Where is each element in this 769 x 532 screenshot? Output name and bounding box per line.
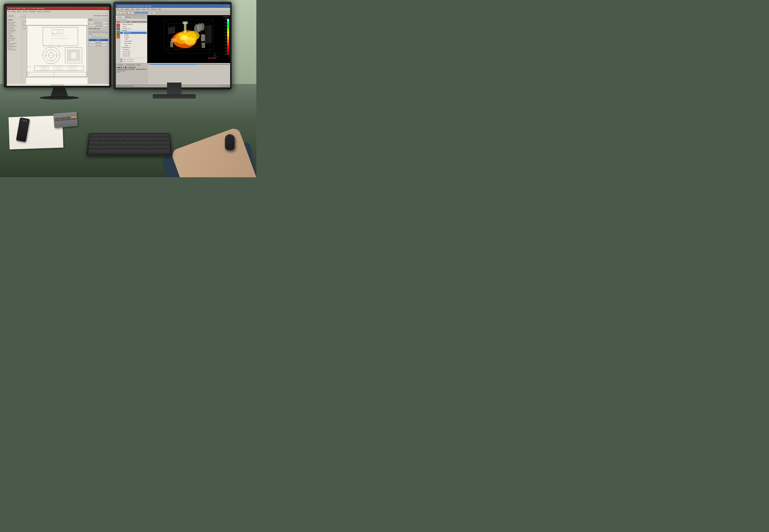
layer-item[interactable]: Symbol chropowat xyxy=(8,43,21,44)
key[interactable] xyxy=(136,134,142,138)
close-button[interactable]: ✕ xyxy=(107,8,108,9)
key[interactable] xyxy=(120,142,126,146)
zoom-tool[interactable]: 🔍 xyxy=(22,26,26,29)
key[interactable] xyxy=(90,134,96,138)
layer-item[interactable]: Tabeli wpisów xyxy=(8,23,21,25)
toolbar-redo[interactable] xyxy=(131,12,133,14)
menu-file[interactable]: File xyxy=(116,8,119,10)
key[interactable] xyxy=(132,142,138,146)
toolbar-undo[interactable] xyxy=(128,12,130,14)
key[interactable] xyxy=(108,138,114,142)
select-file-convert-button[interactable]: Select File to Convert to PDF xyxy=(88,36,108,38)
key[interactable] xyxy=(114,142,120,146)
export-pdf-button[interactable]: ▶ Export PDF xyxy=(88,22,108,24)
key[interactable] xyxy=(126,146,133,150)
key-tab[interactable] xyxy=(89,142,101,146)
magma-3d-viewport[interactable]: MAGMA X Y Z xyxy=(147,15,230,63)
tree-item-cast-length[interactable]: 📄Cast Length xyxy=(120,42,147,44)
keyboard[interactable] xyxy=(86,133,172,156)
key[interactable] xyxy=(151,138,157,142)
animation-slider[interactable] xyxy=(116,69,146,70)
menu-edit[interactable]: Edit xyxy=(121,8,123,10)
tree-item-general-grids2[interactable]: General Grids xyxy=(120,55,147,57)
key[interactable] xyxy=(116,134,122,138)
send-files-button[interactable]: Send Files xyxy=(88,41,108,44)
tree-folder-pouring[interactable]: 📂Pouring xyxy=(120,30,147,32)
tree-item-fraction-solid[interactable]: Fraction Solid xyxy=(120,53,147,55)
layer-item[interactable]: Linia dodata xyxy=(8,44,21,46)
status-settings[interactable]: ⚙ xyxy=(228,85,230,87)
bottom-slider[interactable] xyxy=(150,64,230,65)
magma-window[interactable]: MaGSoft - [20-03-2013-d5 - Sand Sand Cas… xyxy=(116,4,230,87)
sim-entry-3[interactable]: Residual Sh 52min 54s xyxy=(120,62,147,63)
key[interactable] xyxy=(145,138,151,142)
select-button[interactable]: Select xyxy=(88,39,108,41)
maximize-button[interactable]: □ xyxy=(105,8,106,9)
layer-item[interactable]: Fabricaka rys. xyxy=(8,36,21,38)
mat-icon[interactable] xyxy=(116,33,120,36)
menu-file[interactable]: Plik xyxy=(8,11,10,12)
key[interactable] xyxy=(103,134,109,138)
sim-icon[interactable] xyxy=(116,31,120,33)
key[interactable] xyxy=(103,146,110,150)
key[interactable] xyxy=(111,146,118,150)
result-tab-bottom[interactable]: Result xyxy=(136,64,141,66)
key[interactable] xyxy=(120,138,126,142)
layer-item[interactable]: Linia przekroki xyxy=(8,28,21,30)
menu-window[interactable]: Window xyxy=(22,11,27,12)
monitor-right-screen[interactable]: MaGSoft - [20-03-2013-d5 - Sand Sand Cas… xyxy=(116,4,230,87)
stop-button[interactable]: ⏹ xyxy=(125,66,127,68)
simulation-tree[interactable]: M 3D xyxy=(116,23,147,63)
key[interactable] xyxy=(145,142,151,146)
tree-item-tracer[interactable]: 📄Tracer xyxy=(120,38,147,40)
menu-sign[interactable]: Podpis xyxy=(37,11,41,12)
key[interactable] xyxy=(133,146,140,150)
toolbar-back[interactable]: ◀ xyxy=(8,15,10,17)
key[interactable] xyxy=(143,134,149,138)
tree-item-fraction-liquid[interactable]: Fraction Liquid xyxy=(120,51,147,53)
key[interactable] xyxy=(133,138,139,142)
results-tab[interactable]: Results xyxy=(116,16,124,18)
minimize-button[interactable]: ─ xyxy=(224,5,226,7)
mouse[interactable] xyxy=(225,134,235,150)
zoom-out[interactable]: − xyxy=(20,15,22,17)
tree-folder-feeding[interactable]: 📁Feeding Characteris xyxy=(120,23,147,25)
menu-help[interactable]: Help xyxy=(158,8,161,10)
key[interactable] xyxy=(148,146,155,150)
menu-defect[interactable]: Defect xyxy=(125,8,129,10)
key[interactable] xyxy=(102,138,108,142)
key[interactable] xyxy=(89,138,95,142)
minimize-button[interactable]: ─ xyxy=(103,8,104,9)
key[interactable] xyxy=(127,138,133,142)
key[interactable] xyxy=(141,146,148,150)
play-prev-button[interactable]: ⏮ xyxy=(116,66,118,68)
tree-folder-curves[interactable]: 📁Curves xyxy=(120,25,147,28)
slider-thumb[interactable] xyxy=(134,68,136,70)
tree-item-velocity[interactable]: 📄Velocity xyxy=(120,34,147,36)
key-alt[interactable] xyxy=(148,150,155,154)
pause-button[interactable]: ⏸ xyxy=(123,66,124,68)
create-pdf-button[interactable]: + Create PDF xyxy=(88,24,108,27)
layer-item[interactable]: Linia wyznaczenia xyxy=(8,49,21,51)
key[interactable] xyxy=(162,134,169,138)
key[interactable] xyxy=(139,142,145,146)
key-enter[interactable] xyxy=(158,142,169,146)
tree-item-general-grids[interactable]: 📄General Grids xyxy=(120,40,147,42)
layer-item[interactable]: Baza xyxy=(8,41,21,43)
close-button[interactable]: ✕ xyxy=(228,5,229,7)
view-icon[interactable]: 3D xyxy=(116,27,120,30)
key[interactable] xyxy=(107,142,113,146)
zoom-in[interactable]: + xyxy=(23,15,26,17)
result-icon[interactable] xyxy=(116,36,120,38)
toolbar-new[interactable] xyxy=(117,12,119,14)
layer-item[interactable]: Geometria szkicu xyxy=(8,38,21,39)
menu-tools[interactable]: Narzędzia xyxy=(29,11,36,12)
key[interactable] xyxy=(123,134,129,138)
key[interactable] xyxy=(126,142,132,146)
menu-view[interactable]: View xyxy=(131,8,134,10)
toolbar-save[interactable] xyxy=(123,12,126,14)
cad-drawing-area[interactable]: F-F (1:1) E-E xyxy=(26,18,88,84)
animation-tab[interactable]: Animation ≡ xyxy=(116,64,125,66)
tree-item-temp2[interactable]: Temperature xyxy=(120,49,147,51)
simulation-control-tab[interactable]: Simulation Control xyxy=(135,12,148,14)
